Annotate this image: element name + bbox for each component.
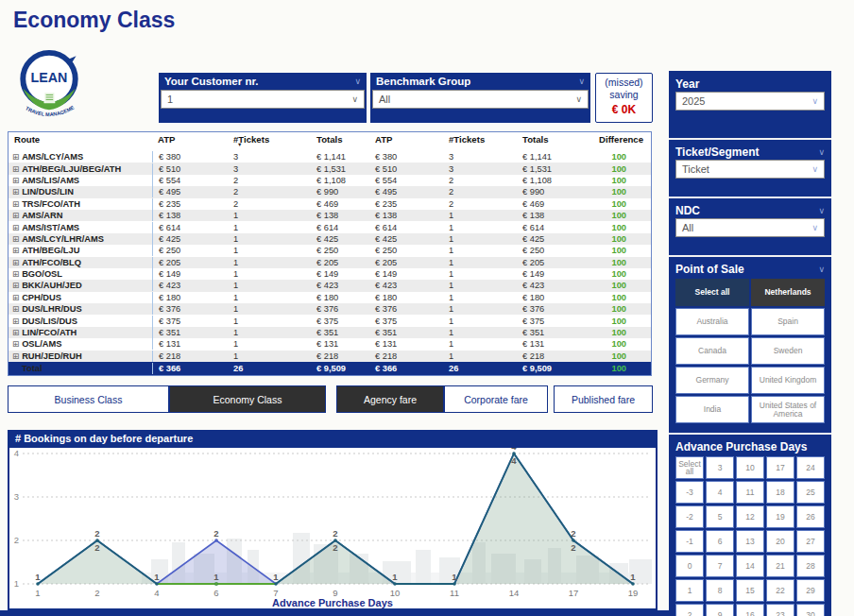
expand-icon[interactable]: ⊞ [12,340,19,348]
tab-business-class[interactable]: Business Class [8,385,169,413]
ndc-select[interactable]: All ∨ [675,218,825,237]
table-row[interactable]: ⊞TRS/FCO/ATH€ 2352€ 469€ 2352€ 469100 [9,198,651,210]
benchmark-group-select[interactable]: All ∨ [372,90,589,109]
apd-button-select-all[interactable]: Select all [675,456,704,479]
customer-point[interactable] [155,582,159,586]
ticket-segment-select[interactable]: Ticket ∨ [675,160,825,179]
apd-button-26[interactable]: 26 [796,505,825,528]
expand-icon[interactable]: ⊞ [12,317,19,325]
apd-button-14[interactable]: 14 [736,555,764,577]
apd-button-9[interactable]: 9 [706,604,734,616]
apd-button-13[interactable]: 13 [736,530,764,553]
apd-button-20[interactable]: 20 [766,530,794,553]
apd-button-8[interactable]: 8 [706,579,734,602]
apd-button-1[interactable]: -1 [675,530,704,553]
table-row[interactable]: ⊞DUS/LIS/DUS€ 3751€ 375€ 3751€ 375100 [9,315,651,326]
tab-published-fare[interactable]: Published fare [554,385,653,413]
table-row[interactable]: ⊞OSL/AMS€ 1311€ 131€ 1311€ 131100 [9,338,651,350]
apd-button-12[interactable]: 12 [736,505,764,528]
column-header-atp[interactable]: ATP [152,132,228,145]
expand-icon[interactable]: ⊞ [12,212,19,219]
apd-button-10[interactable]: 10 [736,456,764,479]
table-row[interactable]: ⊞LIN/DUS/LIN€ 4952€ 990€ 4952€ 990100 [9,186,651,197]
customer-point[interactable] [36,582,40,586]
apd-button-23[interactable]: 23 [766,604,794,616]
table-row[interactable]: ⊞AMS/LCY/LHR/AMS€ 4251€ 425€ 4251€ 42510… [9,233,651,245]
pos-button-canada[interactable]: Canada [675,337,749,365]
column-header-atp[interactable]: ATP [369,132,443,145]
customer-point[interactable] [274,582,278,586]
column-header-difference[interactable]: Difference [587,132,651,145]
apd-button-27[interactable]: 27 [796,530,825,553]
expand-icon[interactable]: ⊞ [12,153,19,161]
table-row[interactable]: ⊞AMS/IST/AMS€ 6141€ 614€ 6141€ 614100 [9,221,651,232]
apd-button-22[interactable]: 22 [766,579,794,602]
year-select[interactable]: 2025 ∨ [675,92,825,111]
expand-icon[interactable]: ⊞ [12,177,19,184]
column-header-route[interactable]: Route [9,132,152,145]
table-row[interactable]: ⊞DUS/LHR/DUS€ 3761€ 376€ 3761€ 376100 [9,303,651,315]
pos-button-australia[interactable]: Australia [675,308,749,335]
year-slicer-header[interactable]: Year [675,76,825,92]
pos-button-united-states-of-america[interactable]: United States of America [751,396,825,423]
column-header-totals[interactable]: Totals [517,132,587,145]
apd-button-18[interactable]: 18 [766,481,794,504]
table-row[interactable]: ⊞ATH/BEG/LJU€ 2501€ 250€ 2501€ 250100 [9,245,651,256]
tab-agency-fare[interactable]: Agency fare [336,385,444,413]
customer-point[interactable] [393,582,397,586]
apd-button-0[interactable]: 0 [675,555,704,577]
apd-button-3[interactable]: 3 [706,456,734,479]
table-row[interactable]: ⊞LIN/FCO/ATH€ 3511€ 351€ 3511€ 351100 [9,327,651,338]
pos-button-united-kingdom[interactable]: United Kingdom [751,367,825,394]
customer-point[interactable] [453,582,456,586]
benchmark-slicer-header[interactable]: Benchmark Group ∨ [370,73,590,90]
apd-button-24[interactable]: 24 [796,456,825,479]
apd-button-2[interactable]: 2 [675,604,704,616]
tab-corporate-fare[interactable]: Corporate fare [444,385,548,413]
pos-button-spain[interactable]: Spain [751,308,825,335]
apd-button-11[interactable]: 11 [736,481,764,504]
expand-icon[interactable]: ⊞ [12,352,19,360]
apd-button-28[interactable]: 28 [796,555,825,577]
advance-purchase-days-header[interactable]: Advance Purchase Days [675,438,825,454]
expand-icon[interactable]: ⊞ [12,282,19,289]
expand-icon[interactable]: ⊞ [12,235,19,243]
pos-button-netherlands[interactable]: Netherlands [751,279,825,306]
apd-button-30[interactable]: 30 [796,604,825,616]
ticket-segment-header[interactable]: Ticket/Segment ∨ [675,144,825,160]
ndc-header[interactable]: NDC ∨ [675,202,825,218]
expand-icon[interactable]: ⊞ [12,200,19,208]
apd-button-3[interactable]: -3 [675,481,704,504]
pos-button-india[interactable]: India [675,396,749,423]
expand-icon[interactable]: ⊞ [12,329,19,336]
apd-button-15[interactable]: 15 [736,579,764,602]
apd-button-7[interactable]: 7 [706,555,734,577]
expand-icon[interactable]: ⊞ [12,259,19,266]
customer-slicer-header[interactable]: Your Customer nr. ∨ [159,73,367,90]
table-row[interactable]: ⊞RUH/JED/RUH€ 2181€ 218€ 2181€ 218100 [9,351,651,362]
expand-icon[interactable]: ⊞ [12,165,19,173]
apd-button-17[interactable]: 17 [766,456,794,479]
table-row[interactable]: ⊞ATH/BEG/LJU/BEG/ATH€ 5103€ 1,531€ 5103€… [9,163,651,174]
apd-button-2[interactable]: -2 [675,505,704,528]
pos-button-sweden[interactable]: Sweden [751,337,825,365]
expand-icon[interactable]: ⊞ [12,270,19,278]
pos-button-select-all[interactable]: Select all [675,279,749,306]
benchmark-point[interactable] [214,539,218,542]
expand-icon[interactable]: ⊞ [12,294,19,301]
column-header-tickets[interactable]: #Tickets [443,132,517,145]
table-row[interactable]: ⊞AMS/LIS/AMS€ 5542€ 1,108€ 5542€ 1,10810… [9,175,651,186]
expand-icon[interactable]: ⊞ [12,224,19,231]
apd-button-6[interactable]: 6 [706,530,734,553]
apd-button-5[interactable]: 5 [706,505,734,528]
table-row[interactable]: ⊞AMS/LCY/AMS€ 3803€ 1,141€ 3803€ 1,14110… [9,151,651,163]
expand-icon[interactable]: ⊞ [12,305,19,313]
pos-button-germany[interactable]: Germany [675,367,749,394]
apd-button-1[interactable]: 1 [675,579,704,602]
apd-button-4[interactable]: 4 [706,481,734,504]
tab-economy-class[interactable]: Economy Class [169,385,326,413]
column-header-totals[interactable]: Totals [311,132,369,145]
table-row[interactable]: ⊞BGO/OSL€ 1491€ 149€ 1491€ 149100 [9,268,651,280]
table-row[interactable]: ⊞AMS/ARN€ 1381€ 138€ 1381€ 138100 [9,210,651,221]
expand-icon[interactable]: ⊞ [12,247,19,254]
